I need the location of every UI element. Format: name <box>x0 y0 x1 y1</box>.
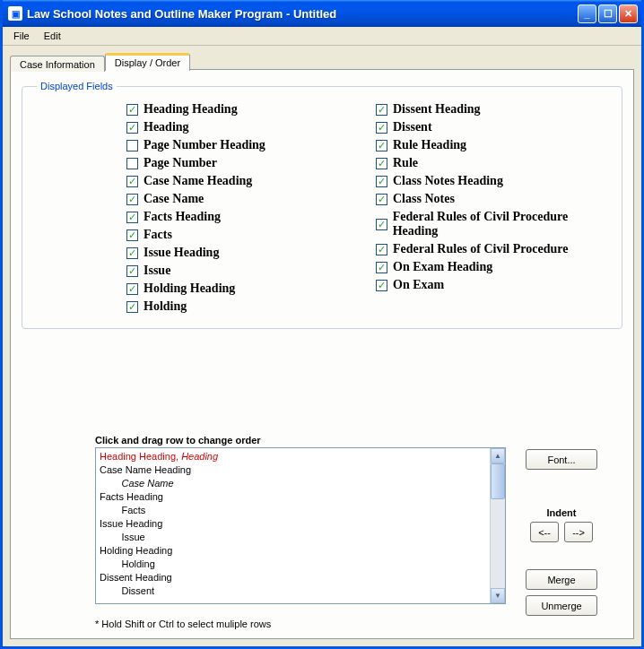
indent-label: Indent <box>526 507 597 518</box>
checkbox-label: Facts Heading <box>144 210 221 224</box>
checkbox-label: Case Name Heading <box>144 174 252 188</box>
indent-right-button[interactable]: --> <box>564 522 593 542</box>
checkbox[interactable]: ✓ <box>376 104 387 116</box>
tab-panel-display-order: Displayed Fields ✓Heading Heading✓Headin… <box>10 69 634 639</box>
checkbox[interactable]: ✓ <box>126 104 138 116</box>
checkbox[interactable]: ✓ <box>376 176 387 187</box>
checkbox-label: Page Number <box>144 156 217 170</box>
checkbox[interactable]: ✓ <box>126 194 138 205</box>
checkbox-row: ✓Holding <box>126 299 361 314</box>
unmerge-button[interactable]: Unmerge <box>526 595 597 616</box>
tab-strip: Case Information Display / Order <box>10 51 634 70</box>
checkbox[interactable]: ✓ <box>376 244 387 255</box>
checkbox[interactable]: ✓ <box>376 280 387 291</box>
scroll-down-button[interactable]: ▼ <box>491 588 505 603</box>
maximize-icon: ☐ <box>604 8 613 20</box>
checkbox-row: ✓Case Name <box>126 192 361 206</box>
checkbox[interactable]: ✓ <box>126 265 138 277</box>
checkbox-row: ✓Case Name Heading <box>126 174 361 188</box>
chevron-up-icon: ▲ <box>494 452 501 460</box>
menubar: File Edit <box>3 27 641 46</box>
checkbox-row: ✓Class Notes Heading <box>376 174 611 188</box>
checkbox-row: ✓Issue Heading <box>126 246 361 260</box>
checkbox[interactable]: ✓ <box>126 301 138 313</box>
checkbox-label: Heading <box>144 120 189 134</box>
displayed-fields-legend: Displayed Fields <box>37 81 117 91</box>
checkbox[interactable]: ✓ <box>376 219 387 230</box>
list-item[interactable]: Dissent <box>100 584 501 598</box>
list-item[interactable]: Holding Heading <box>100 544 501 558</box>
checkbox-row: ✓Facts Heading <box>126 210 361 224</box>
scroll-up-button[interactable]: ▲ <box>491 448 505 463</box>
checkbox-label: On Exam <box>393 278 444 292</box>
list-item[interactable]: Issue Heading <box>100 517 501 531</box>
list-item[interactable]: Facts Heading <box>100 490 501 504</box>
menu-edit[interactable]: Edit <box>37 29 68 43</box>
checkbox-row: ✓Dissent Heading <box>376 102 611 117</box>
checkbox[interactable]: ✓ <box>126 176 138 187</box>
checkbox-label: Federal Rules of Civil Procedure Heading <box>393 210 611 238</box>
checkbox-row: ✓Dissent <box>376 120 611 134</box>
order-hint: * Hold Shift or Ctrl to select muliple r… <box>95 619 617 629</box>
checkbox-label: Issue <box>144 264 170 278</box>
minimize-icon: _ <box>584 8 589 19</box>
tab-case-information[interactable]: Case Information <box>10 56 105 72</box>
checkbox-columns: ✓Heading Heading✓HeadingPage Number Head… <box>37 99 611 317</box>
close-button[interactable]: ✕ <box>619 4 638 23</box>
menu-file[interactable]: File <box>6 29 37 43</box>
checkbox-label: Holding Heading <box>144 281 235 296</box>
checkbox-label: Federal Rules of Civil Procedure <box>393 242 568 256</box>
window-buttons: _ ☐ ✕ <box>578 4 638 23</box>
checkbox-row: Page Number Heading <box>126 138 361 152</box>
checkbox-label: Class Notes <box>393 192 455 206</box>
tab-display-order[interactable]: Display / Order <box>105 53 190 71</box>
checkbox-row: ✓Issue <box>126 264 361 278</box>
font-button[interactable]: Font... <box>526 449 597 470</box>
scroll-thumb[interactable] <box>491 463 505 499</box>
order-section: Click and drag row to change order Headi… <box>95 435 617 629</box>
checkbox[interactable]: ✓ <box>376 140 387 151</box>
indent-left-button[interactable]: <-- <box>530 522 559 542</box>
checkbox-col-left: ✓Heading Heading✓HeadingPage Number Head… <box>126 99 361 317</box>
merge-button[interactable]: Merge <box>526 569 597 590</box>
checkbox[interactable]: ✓ <box>376 262 387 273</box>
checkbox-label: Heading Heading <box>144 102 238 117</box>
close-icon: ✕ <box>624 8 632 20</box>
scroll-track[interactable] <box>491 499 505 588</box>
checkbox[interactable]: ✓ <box>126 229 138 241</box>
checkbox[interactable]: ✓ <box>376 122 387 134</box>
side-buttons: Font... Indent <-- --> Merge Unmerge <box>526 447 597 616</box>
minimize-button[interactable]: _ <box>578 4 596 23</box>
checkbox[interactable]: ✓ <box>126 247 138 259</box>
list-item[interactable]: Case Name Heading <box>100 463 501 477</box>
maximize-button[interactable]: ☐ <box>598 4 617 23</box>
checkbox-row: ✓Heading Heading <box>126 102 361 117</box>
checkbox[interactable]: ✓ <box>126 212 138 223</box>
checkbox-label: Dissent Heading <box>393 102 481 117</box>
checkbox-row: ✓Class Notes <box>376 192 611 206</box>
checkbox-row: ✓Facts <box>126 228 361 242</box>
checkbox[interactable] <box>126 158 138 169</box>
checkbox[interactable] <box>126 140 138 151</box>
checkbox[interactable]: ✓ <box>126 122 138 134</box>
scrollbar[interactable]: ▲ ▼ <box>490 448 505 603</box>
checkbox-row: ✓Heading <box>126 120 361 134</box>
list-item[interactable]: Heading Heading, Heading <box>100 450 501 463</box>
checkbox-row: Page Number <box>126 156 361 170</box>
checkbox-label: Issue Heading <box>144 246 219 260</box>
checkbox-label: On Exam Heading <box>393 260 492 274</box>
window-title: Law School Notes and Outline Maker Progr… <box>27 7 578 21</box>
client-area: Case Information Display / Order Display… <box>3 46 641 646</box>
list-item[interactable]: Facts <box>100 504 501 517</box>
checkbox[interactable]: ✓ <box>376 158 387 169</box>
list-item[interactable]: Issue <box>100 531 501 544</box>
list-item[interactable]: Dissent Heading <box>100 571 501 584</box>
checkbox-row: ✓Rule Heading <box>376 138 611 152</box>
order-listbox[interactable]: Heading Heading, HeadingCase Name Headin… <box>95 447 506 604</box>
list-item[interactable]: Holding <box>100 558 501 571</box>
order-row: Heading Heading, HeadingCase Name Headin… <box>95 447 617 616</box>
checkbox-label: Dissent <box>393 120 432 134</box>
checkbox[interactable]: ✓ <box>126 283 138 295</box>
checkbox[interactable]: ✓ <box>376 194 387 205</box>
list-item[interactable]: Case Name <box>100 477 501 490</box>
